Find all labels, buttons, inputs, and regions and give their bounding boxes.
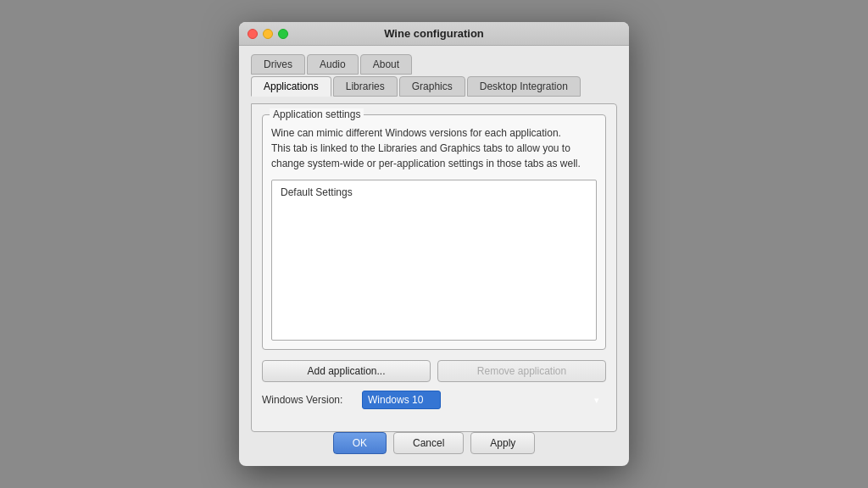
version-label: Windows Version: bbox=[262, 394, 355, 406]
applications-panel: Application settings Wine can mimic diff… bbox=[251, 103, 617, 432]
footer-buttons: OK Cancel Apply bbox=[251, 432, 617, 454]
app-list[interactable]: Default Settings bbox=[271, 180, 597, 341]
title-bar: Wine configuration bbox=[239, 22, 629, 46]
remove-application-button[interactable]: Remove application bbox=[437, 360, 606, 382]
version-row: Windows Version: Windows XP Windows Vist… bbox=[262, 391, 606, 409]
version-select-wrapper: Windows XP Windows Vista Windows 7 Windo… bbox=[362, 391, 606, 409]
wine-config-window: Wine configuration Drives Audio About Ap… bbox=[239, 22, 629, 466]
ok-button[interactable]: OK bbox=[333, 432, 387, 454]
tabs-lower-row: Applications Libraries Graphics Desktop … bbox=[251, 76, 617, 97]
minimize-button[interactable] bbox=[263, 29, 273, 39]
tab-desktop-integration[interactable]: Desktop Integration bbox=[467, 76, 581, 97]
group-legend: Application settings bbox=[270, 108, 364, 120]
tab-applications[interactable]: Applications bbox=[251, 76, 331, 97]
windows-version-select[interactable]: Windows XP Windows Vista Windows 7 Windo… bbox=[362, 391, 441, 409]
apply-button[interactable]: Apply bbox=[470, 432, 535, 454]
group-description: Wine can mimic different Windows version… bbox=[271, 125, 597, 171]
tabs-upper-row: Drives Audio About bbox=[251, 54, 617, 75]
app-action-buttons: Add application... Remove application bbox=[262, 360, 606, 382]
traffic-lights bbox=[248, 29, 288, 39]
tab-audio[interactable]: Audio bbox=[307, 54, 359, 75]
maximize-button[interactable] bbox=[278, 29, 288, 39]
tab-about[interactable]: About bbox=[360, 54, 412, 75]
cancel-button[interactable]: Cancel bbox=[393, 432, 464, 454]
tabs-container: Drives Audio About Applications Librarie… bbox=[251, 54, 617, 97]
list-item[interactable]: Default Settings bbox=[275, 184, 593, 201]
add-application-button[interactable]: Add application... bbox=[262, 360, 431, 382]
tab-libraries[interactable]: Libraries bbox=[333, 76, 398, 97]
app-settings-group: Application settings Wine can mimic diff… bbox=[262, 114, 606, 350]
tab-graphics[interactable]: Graphics bbox=[399, 76, 465, 97]
close-button[interactable] bbox=[248, 29, 258, 39]
tab-drives[interactable]: Drives bbox=[251, 54, 305, 75]
window-content: Drives Audio About Applications Librarie… bbox=[239, 46, 629, 466]
window-title: Wine configuration bbox=[384, 27, 484, 40]
